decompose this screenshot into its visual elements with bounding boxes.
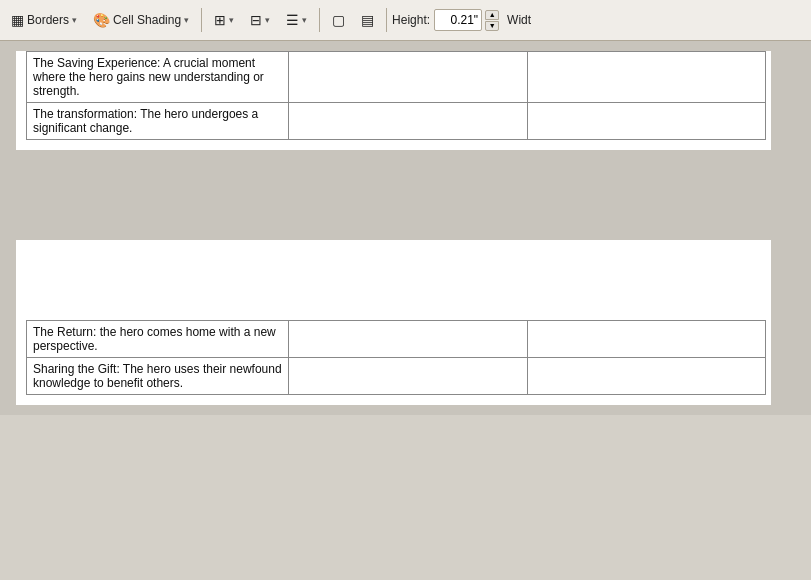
- table-row: The transformation: The hero undergoes a…: [27, 103, 766, 140]
- height-group: Height: ▲ ▼: [392, 9, 499, 31]
- bottom-row1-cell2[interactable]: [289, 321, 527, 358]
- width-group: Widt: [501, 13, 531, 27]
- merge-cells-button[interactable]: ☰ ▾: [279, 5, 314, 35]
- layout-group: ▢ ▤: [325, 5, 381, 35]
- bottom-row2-cell3[interactable]: [527, 358, 765, 395]
- layout-btn-1[interactable]: ▢: [325, 5, 352, 35]
- top-row2-cell2[interactable]: [289, 103, 527, 140]
- cell-shading-button[interactable]: 🎨 Cell Shading ▾: [86, 5, 196, 35]
- insert-rows-button[interactable]: ⊞ ▾: [207, 5, 241, 35]
- height-spinner: ▲ ▼: [485, 10, 499, 31]
- borders-button[interactable]: ▦ Borders ▾: [4, 5, 84, 35]
- canvas-area: The Saving Experience: A crucial moment …: [0, 41, 811, 415]
- bottom-row1-cell3[interactable]: [527, 321, 765, 358]
- cell-shading-chevron-icon: ▾: [184, 15, 189, 25]
- layout-icon-1: ▢: [332, 13, 345, 27]
- table-row: The Saving Experience: A crucial moment …: [27, 52, 766, 103]
- toolbar: ▦ Borders ▾ 🎨 Cell Shading ▾ ⊞ ▾ ⊟ ▾ ☰ ▾…: [0, 0, 811, 41]
- table-row: The Return: the hero comes home with a n…: [27, 321, 766, 358]
- table-row: Sharing the Gift: The hero uses their ne…: [27, 358, 766, 395]
- table-tools-group: ⊞ ▾ ⊟ ▾ ☰ ▾: [207, 5, 314, 35]
- height-spin-down[interactable]: ▼: [485, 21, 499, 31]
- borders-icon: ▦: [11, 13, 24, 27]
- bottom-row1-cell1[interactable]: The Return: the hero comes home with a n…: [27, 321, 289, 358]
- height-spin-up[interactable]: ▲: [485, 10, 499, 20]
- cell-shading-label: Cell Shading: [113, 13, 181, 27]
- bottom-page-block: The Return: the hero comes home with a n…: [16, 240, 771, 405]
- page-gap: [16, 150, 771, 240]
- bottom-table: The Return: the hero comes home with a n…: [26, 320, 766, 395]
- insert-rows-chevron-icon: ▾: [229, 15, 234, 25]
- bottom-row2-cell1[interactable]: Sharing the Gift: The hero uses their ne…: [27, 358, 289, 395]
- merge-cells-icon: ☰: [286, 13, 299, 27]
- insert-rows-icon: ⊞: [214, 13, 226, 27]
- top-page-block: The Saving Experience: A crucial moment …: [16, 51, 771, 150]
- bottom-row2-cell2[interactable]: [289, 358, 527, 395]
- separator-1: [201, 8, 202, 32]
- separator-3: [386, 8, 387, 32]
- cell-shading-icon: 🎨: [93, 13, 110, 27]
- delete-rows-chevron-icon: ▾: [265, 15, 270, 25]
- top-row1-cell3[interactable]: [527, 52, 765, 103]
- borders-label: Borders: [27, 13, 69, 27]
- top-row1-cell1[interactable]: The Saving Experience: A crucial moment …: [27, 52, 289, 103]
- top-row2-cell1[interactable]: The transformation: The hero undergoes a…: [27, 103, 289, 140]
- separator-2: [319, 8, 320, 32]
- layout-btn-2[interactable]: ▤: [354, 5, 381, 35]
- top-table: The Saving Experience: A crucial moment …: [26, 51, 766, 140]
- merge-cells-chevron-icon: ▾: [302, 15, 307, 25]
- height-label: Height:: [392, 13, 430, 27]
- top-row1-cell2[interactable]: [289, 52, 527, 103]
- top-row2-cell3[interactable]: [527, 103, 765, 140]
- layout-icon-2: ▤: [361, 13, 374, 27]
- height-input[interactable]: [434, 9, 482, 31]
- borders-chevron-icon: ▾: [72, 15, 77, 25]
- width-label: Widt: [507, 13, 531, 27]
- delete-rows-button[interactable]: ⊟ ▾: [243, 5, 277, 35]
- cell-shading-group: 🎨 Cell Shading ▾: [86, 5, 196, 35]
- borders-group: ▦ Borders ▾: [4, 5, 84, 35]
- delete-rows-icon: ⊟: [250, 13, 262, 27]
